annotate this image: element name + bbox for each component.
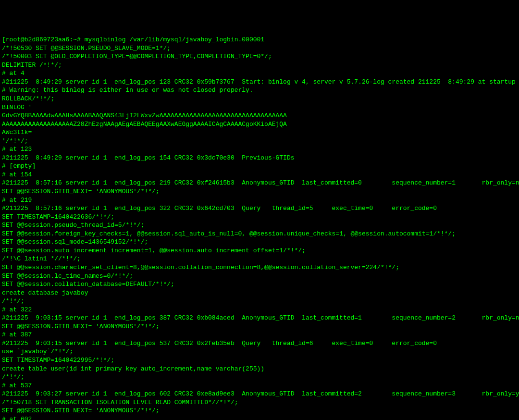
terminal-line: #211225 8:49:29 server id 1 end_log_pos …	[2, 154, 517, 162]
terminal-line: /*!*/;	[2, 297, 517, 306]
terminal-line: /*!*/;	[2, 373, 517, 382]
terminal-line: #211225 9:03:15 server id 1 end_log_pos …	[2, 314, 517, 322]
terminal-line: # at 219	[2, 196, 517, 205]
terminal-line: # at 154	[2, 171, 517, 179]
terminal-line: SET @@session.pseudo_thread_id=5/*!*/;	[2, 221, 517, 230]
terminal-line: SET @@SESSION.GTID_NEXT= 'ANONYMOUS'/*!*…	[2, 322, 517, 331]
terminal-line: DELIMITER /*!*/;	[2, 61, 517, 70]
terminal-line: # at 602	[2, 415, 517, 420]
terminal-line: use `javaboy`/*!*/;	[2, 347, 517, 356]
terminal-line: /*!50003 SET @OLD_COMPLETION_TYPE=@@COMP…	[2, 52, 517, 61]
terminal-line: '/*!*/;	[2, 137, 517, 146]
terminal-line: GdvGYQ8BAAAAdwAAAHsAAAABAAQANS43LjI2LWxv…	[2, 111, 517, 120]
terminal-line: SET TIMESTAMP=1640422636/*!*/;	[2, 213, 517, 222]
terminal-line: # at 322	[2, 306, 517, 314]
terminal-line: #211225 9:03:15 server id 1 end_log_pos …	[2, 339, 517, 348]
terminal-line: SET @@session.character_set_client=8,@@s…	[2, 263, 517, 272]
terminal-line: SET @@session.sql_mode=1436549152/*!*/;	[2, 238, 517, 247]
terminal-line: SET @@session.lc_time_names=0/*!*/;	[2, 272, 517, 281]
terminal-line: BINLOG '	[2, 103, 517, 112]
terminal-line: SET @@SESSION.GTID_NEXT= 'ANONYMOUS'/*!*…	[2, 187, 517, 196]
terminal-line: SET @@session.collation_database=DEFAULT…	[2, 280, 517, 289]
terminal-line: # Warning: this binlog is either in use …	[2, 86, 517, 95]
terminal-line: # at 537	[2, 382, 517, 390]
terminal-line: # at 123	[2, 145, 517, 154]
terminal-line: /*!\C latin1 *//*!*/;	[2, 255, 517, 263]
terminal-line: AWc3t1k=	[2, 128, 517, 137]
terminal-line: #211225 9:03:27 server id 1 end_log_pos …	[2, 390, 517, 398]
terminal-line: /*!50718 SET TRANSACTION ISOLATION LEVEL…	[2, 398, 517, 407]
terminal-line: # at 4	[2, 69, 517, 78]
terminal-line: SET @@session.foreign_key_checks=1, @@se…	[2, 230, 517, 238]
terminal-line: /*!50530 SET @@SESSION.PSEUDO_SLAVE_MODE…	[2, 44, 517, 53]
terminal-line: # at 387	[2, 331, 517, 339]
terminal-line: #211225 8:57:16 server id 1 end_log_pos …	[2, 179, 517, 187]
terminal-line: create table user(id int primary key aut…	[2, 365, 517, 373]
terminal-line: #211225 8:49:29 server id 1 end_log_pos …	[2, 78, 517, 86]
terminal-line: AAAAAAAAAAAAAAAAAAAZ28ZhEzgNAAgAEgAEBAQE…	[2, 120, 517, 129]
terminal-line: SET @@session.auto_increment_increment=1…	[2, 247, 517, 255]
terminal-line: create database javaboy	[2, 289, 517, 297]
terminal-line: # [empty]	[2, 162, 517, 171]
terminal-line: [root@b2d869723aa6:~# mysqlbinlog /var/l…	[2, 36, 517, 44]
terminal-line: SET TIMESTAMP=1640422995/*!*/;	[2, 356, 517, 365]
terminal-line: #211225 8:57:16 server id 1 end_log_pos …	[2, 204, 517, 213]
terminal-output[interactable]: [root@b2d869723aa6:~# mysqlbinlog /var/l…	[2, 36, 517, 420]
terminal-line: SET @@SESSION.GTID_NEXT= 'ANONYMOUS'/*!*…	[2, 407, 517, 415]
terminal-line: ROLLBACK/*!*/;	[2, 95, 517, 103]
